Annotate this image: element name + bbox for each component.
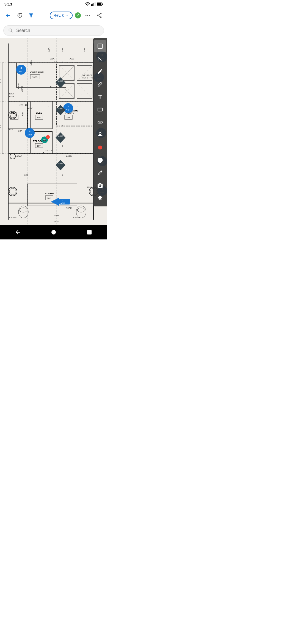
svg-rect-7: [97, 3, 101, 5]
svg-point-168: [98, 146, 102, 150]
svg-text:3: 3: [62, 145, 63, 147]
history-button[interactable]: [15, 11, 24, 20]
svg-text:A3A: A3A: [61, 47, 64, 52]
svg-text:105B: 105B: [9, 95, 14, 98]
chevron-down-icon: [65, 14, 69, 17]
svg-text:1: 1: [62, 199, 64, 202]
select-icon: [97, 43, 103, 49]
status-check: ✓: [75, 12, 81, 18]
svg-point-169: [51, 230, 56, 234]
photo-tool-button[interactable]: [94, 179, 106, 192]
measure-icon: [97, 170, 103, 176]
svg-text:5'-0": 5'-0": [0, 78, 1, 83]
right-toolbar: [93, 38, 107, 206]
svg-text:A901: A901: [28, 134, 32, 136]
stamp-tool-button[interactable]: [94, 129, 106, 141]
svg-text:106: 106: [54, 60, 57, 63]
blueprint-area[interactable]: CORRIDOR 102C MEN 105 ELEC 106: [0, 38, 107, 225]
search-input-wrapper[interactable]: [3, 25, 104, 36]
svg-text:1'-9 3/4": 1'-9 3/4": [73, 216, 81, 219]
share-button[interactable]: [95, 11, 104, 20]
filter-button[interactable]: [26, 11, 36, 20]
rectangle-tool-button[interactable]: [94, 103, 106, 116]
text-icon: [97, 94, 103, 100]
svg-rect-11: [0, 38, 107, 225]
svg-text:A6AD: A6AD: [66, 207, 72, 209]
svg-text:A712: A712: [61, 202, 65, 204]
signal-icon: [91, 2, 96, 6]
top-toolbar: Rev. 0 ✓: [0, 8, 107, 23]
svg-text:A404: A404: [66, 109, 70, 111]
eraser-icon: [97, 81, 103, 87]
svg-text:123A: 123A: [87, 186, 92, 189]
angle-tool-button[interactable]: [94, 53, 106, 65]
svg-text:1'-9 3/4": 1'-9 3/4": [9, 216, 17, 219]
svg-text:3: 3: [20, 67, 22, 69]
svg-point-119: [25, 128, 35, 138]
status-bar: 3:13: [0, 0, 107, 8]
svg-rect-6: [102, 4, 103, 5]
svg-text:A6BC: A6BC: [28, 107, 33, 110]
svg-text:G3B: G3B: [19, 103, 23, 106]
pencil-tool-button[interactable]: [94, 66, 106, 78]
svg-text:107: 107: [25, 104, 29, 106]
svg-text:105A: 105A: [9, 92, 14, 95]
layers-icon: [97, 195, 103, 201]
svg-text:-5: -5: [50, 86, 52, 88]
svg-text:2: 2: [48, 105, 50, 108]
search-input[interactable]: [16, 28, 99, 33]
svg-text:A602: A602: [58, 163, 63, 165]
svg-rect-3: [94, 3, 94, 6]
nav-home-button[interactable]: [45, 227, 62, 238]
issue-tool-button[interactable]: [94, 154, 106, 166]
svg-text:128B: 128B: [54, 214, 59, 217]
svg-text:ELEC: ELEC: [36, 111, 43, 114]
svg-rect-166: [98, 44, 103, 49]
svg-text:A6AD: A6AD: [16, 155, 22, 157]
text-tool-button[interactable]: [94, 91, 106, 103]
record-button[interactable]: [94, 141, 106, 154]
record-icon: [97, 144, 103, 151]
svg-text:A601: A601: [58, 108, 63, 110]
layers-tool-button[interactable]: [94, 192, 106, 204]
svg-text:106: 106: [37, 116, 41, 119]
battery-icon: [97, 2, 103, 6]
pencil-icon: [97, 69, 103, 75]
link-icon: [97, 119, 103, 125]
svg-text:A602: A602: [58, 80, 63, 82]
svg-text:105C: 105C: [9, 128, 14, 131]
select-tool-button[interactable]: [94, 40, 106, 52]
svg-text:A3B: A3B: [21, 112, 24, 116]
nav-recents-icon: [86, 229, 93, 236]
menu-button[interactable]: [83, 11, 92, 20]
svg-text:121A: 121A: [30, 60, 32, 66]
filter-icon: [28, 12, 34, 18]
corridor-label: CORRIDOR: [30, 71, 44, 74]
svg-rect-167: [98, 108, 103, 111]
svg-text:4: 4: [62, 124, 63, 127]
eraser-tool-button[interactable]: [94, 78, 106, 90]
status-icons: [85, 2, 103, 6]
measure-tool-button[interactable]: [94, 167, 106, 179]
svg-text:101: 101: [66, 116, 70, 119]
revision-button[interactable]: Rev. 0: [50, 12, 73, 19]
svg-rect-170: [87, 230, 92, 234]
link-tool-button[interactable]: [94, 116, 106, 128]
svg-text:6: 6: [62, 60, 63, 63]
back-button[interactable]: [3, 11, 13, 20]
issue-icon: [97, 157, 103, 163]
status-time: 3:13: [4, 2, 12, 6]
nav-home-icon: [50, 229, 57, 236]
svg-text:A3A: A3A: [50, 58, 55, 60]
stamp-icon: [97, 132, 103, 138]
nav-recents-button[interactable]: [81, 227, 98, 238]
svg-text:📷: 📷: [43, 138, 46, 142]
rectangle-icon: [97, 107, 103, 113]
nav-back-button[interactable]: [9, 227, 27, 238]
svg-text:102C: 102C: [32, 76, 37, 78]
svg-text:A6AD: A6AD: [66, 155, 72, 157]
svg-point-8: [86, 15, 87, 16]
svg-text:A3A: A3A: [48, 47, 50, 52]
svg-point-9: [87, 15, 88, 16]
angle-icon: [97, 56, 103, 62]
